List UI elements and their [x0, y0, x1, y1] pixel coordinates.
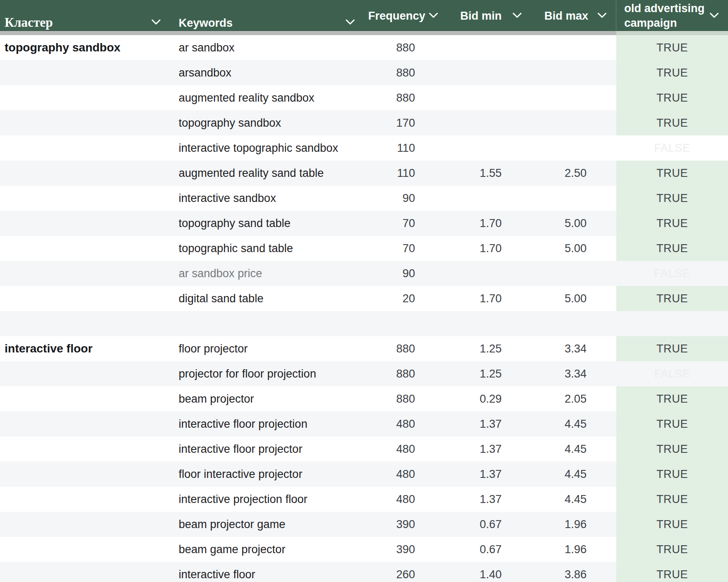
campaign-cell[interactable]: TRUE	[616, 186, 728, 211]
chevron-down-icon[interactable]	[597, 13, 607, 18]
column-header-bid-max[interactable]: Bid max	[544, 10, 588, 23]
bid-min-cell[interactable]: 0.29	[415, 393, 502, 406]
bid-max-cell[interactable]: 1.96	[502, 518, 587, 531]
bid-min-cell[interactable]: 1.40	[415, 568, 502, 581]
bid-min-cell[interactable]: 0.67	[415, 518, 502, 531]
campaign-cell[interactable]: TRUE	[616, 85, 728, 110]
chevron-down-icon[interactable]	[429, 13, 438, 18]
keyword-cell[interactable]: topography sandbox	[174, 117, 356, 130]
bid-min-cell[interactable]: 1.70	[415, 242, 502, 255]
frequency-cell[interactable]: 70	[356, 242, 415, 255]
keyword-cell[interactable]: interactive floor projection	[174, 418, 356, 431]
keyword-cell[interactable]: augmented reality sandbox	[174, 92, 356, 105]
campaign-cell[interactable]: TRUE	[616, 211, 728, 236]
campaign-cell[interactable]: TRUE	[616, 411, 728, 436]
keyword-cell[interactable]: augmented reality sand table	[174, 167, 356, 180]
bid-max-cell[interactable]: 3.34	[502, 368, 587, 380]
campaign-cell[interactable]: TRUE	[616, 35, 728, 60]
bid-max-cell[interactable]: 5.00	[502, 242, 587, 255]
bid-min-cell[interactable]: 0.67	[415, 543, 502, 556]
bid-max-cell[interactable]: 4.45	[502, 418, 587, 431]
frequency-cell[interactable]: 880	[356, 41, 415, 54]
bid-min-cell[interactable]: 1.37	[415, 493, 502, 506]
keyword-cell[interactable]: topographic sand table	[174, 242, 356, 255]
chevron-down-icon[interactable]	[346, 19, 355, 25]
column-header-keywords[interactable]: Keywords	[179, 17, 233, 30]
keyword-cell[interactable]: topography sand table	[174, 217, 356, 230]
bid-min-cell[interactable]: 1.55	[415, 167, 502, 180]
campaign-cell[interactable]: TRUE	[616, 436, 728, 462]
bid-max-cell[interactable]: 1.96	[502, 543, 587, 556]
campaign-cell[interactable]: TRUE	[616, 286, 728, 311]
campaign-cell[interactable]: FALSE	[616, 135, 728, 161]
keyword-cell[interactable]: projector for floor projection	[174, 368, 356, 380]
bid-max-cell[interactable]: 5.00	[502, 217, 587, 230]
frequency-cell[interactable]: 480	[356, 443, 415, 456]
frequency-cell[interactable]: 260	[356, 568, 415, 581]
frequency-cell[interactable]: 170	[356, 117, 415, 130]
bid-min-cell[interactable]: 1.70	[415, 292, 502, 305]
frequency-cell[interactable]: 110	[356, 167, 415, 180]
column-header-old-advertising-campaign[interactable]: old advertisingcampaign	[624, 1, 705, 31]
bid-max-cell[interactable]: 2.50	[502, 167, 587, 180]
frequency-cell[interactable]: 480	[356, 468, 415, 481]
bid-max-cell[interactable]: 3.86	[502, 568, 587, 581]
keyword-cell[interactable]: interactive projection floor	[174, 493, 356, 506]
column-header-cluster[interactable]: Кластер	[5, 15, 53, 30]
cluster-cell[interactable]: topography sandbox	[0, 41, 174, 54]
keyword-cell[interactable]: ar sandbox price	[174, 267, 356, 280]
bid-max-cell[interactable]: 3.34	[502, 342, 587, 355]
column-header-frequency[interactable]: Frequency	[368, 10, 426, 23]
chevron-down-icon[interactable]	[710, 13, 719, 18]
campaign-cell[interactable]: TRUE	[616, 487, 728, 512]
bid-min-cell[interactable]: 1.37	[415, 418, 502, 431]
campaign-cell[interactable]: TRUE	[616, 512, 728, 537]
frequency-cell[interactable]: 70	[356, 217, 415, 230]
keyword-cell[interactable]: arsandbox	[174, 66, 356, 79]
campaign-cell[interactable]: TRUE	[616, 60, 728, 85]
frequency-cell[interactable]: 90	[356, 267, 415, 280]
keyword-cell[interactable]: interactive sandbox	[174, 192, 356, 205]
frequency-cell[interactable]: 20	[356, 292, 415, 305]
campaign-cell[interactable]: TRUE	[616, 336, 728, 361]
keyword-cell[interactable]: interactive topographic sandbox	[174, 142, 356, 155]
keyword-cell[interactable]: floor projector	[174, 342, 356, 355]
bid-min-cell[interactable]: 1.37	[415, 443, 502, 456]
campaign-cell[interactable]: TRUE	[616, 537, 728, 562]
campaign-cell[interactable]: TRUE	[616, 386, 728, 411]
frequency-cell[interactable]: 880	[356, 66, 415, 79]
bid-min-cell[interactable]: 1.37	[415, 468, 502, 481]
bid-min-cell[interactable]: 1.70	[415, 217, 502, 230]
bid-min-cell[interactable]: 1.25	[415, 368, 502, 380]
keyword-cell[interactable]: ar sandbox	[174, 41, 356, 54]
frequency-cell[interactable]: 480	[356, 493, 415, 506]
frequency-cell[interactable]: 110	[356, 142, 415, 155]
keyword-cell[interactable]: beam game projector	[174, 543, 356, 556]
campaign-cell[interactable]: FALSE	[616, 361, 728, 386]
bid-max-cell[interactable]: 4.45	[502, 493, 587, 506]
campaign-cell[interactable]: TRUE	[616, 462, 728, 487]
frequency-cell[interactable]: 880	[356, 342, 415, 355]
frequency-cell[interactable]: 880	[356, 92, 415, 105]
campaign-cell[interactable]: TRUE	[616, 110, 728, 135]
bid-min-cell[interactable]: 1.25	[415, 342, 502, 355]
keyword-cell[interactable]: beam projector	[174, 393, 356, 406]
keyword-cell[interactable]: floor interactive projector	[174, 468, 356, 481]
bid-max-cell[interactable]: 2.05	[502, 393, 587, 406]
frequency-cell[interactable]: 390	[356, 543, 415, 556]
keyword-cell[interactable]: interactive floor	[174, 568, 356, 581]
frequency-cell[interactable]: 480	[356, 418, 415, 431]
keyword-cell[interactable]: beam projector game	[174, 518, 356, 531]
campaign-cell[interactable]: TRUE	[616, 236, 728, 261]
campaign-cell[interactable]: TRUE	[616, 161, 728, 186]
bid-max-cell[interactable]: 4.45	[502, 443, 587, 456]
column-header-bid-min[interactable]: Bid min	[460, 10, 502, 23]
chevron-down-icon[interactable]	[513, 13, 522, 18]
keyword-cell[interactable]: digital sand table	[174, 292, 356, 305]
campaign-cell[interactable]: FALSE	[616, 261, 728, 286]
keyword-cell[interactable]: interactive floor projector	[174, 443, 356, 456]
frequency-cell[interactable]: 90	[356, 192, 415, 205]
chevron-down-icon[interactable]	[151, 19, 161, 25]
campaign-cell[interactable]: TRUE	[616, 562, 728, 582]
cluster-cell[interactable]: interactive floor	[0, 342, 174, 355]
